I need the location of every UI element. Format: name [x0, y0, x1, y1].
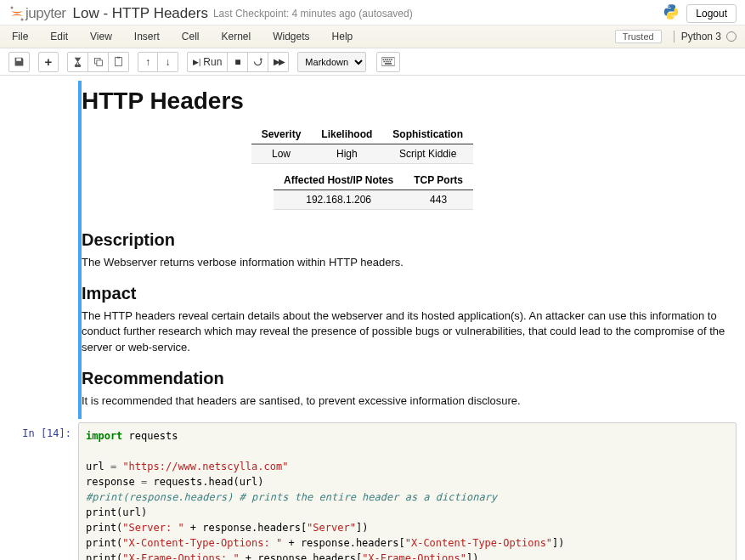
- logout-button[interactable]: Logout: [686, 4, 737, 23]
- svg-point-0: [11, 6, 14, 8]
- svg-rect-9: [387, 59, 389, 60]
- notebook-name[interactable]: Low - HTTP Headers: [73, 5, 208, 22]
- run-label: Run: [203, 56, 222, 68]
- copy-button[interactable]: [88, 52, 109, 72]
- command-palette-button[interactable]: [376, 52, 400, 72]
- run-icon: ▶|: [193, 58, 200, 66]
- th-ports: TCP Ports: [404, 171, 473, 190]
- svg-rect-12: [384, 61, 386, 63]
- th-sophistication: Sophistication: [382, 125, 473, 144]
- paste-button[interactable]: [109, 52, 129, 72]
- td-sophistication: Script Kiddie: [382, 144, 473, 164]
- svg-rect-7: [383, 59, 385, 60]
- logo-text: jupyter: [25, 5, 66, 22]
- svg-rect-13: [386, 61, 387, 63]
- menu-cell[interactable]: Cell: [178, 26, 203, 47]
- svg-rect-16: [385, 63, 392, 65]
- td-likelihood: High: [311, 144, 382, 164]
- code-input-area[interactable]: import requests url = "https://www.netsc…: [78, 422, 737, 560]
- svg-rect-3: [97, 60, 103, 66]
- move-up-button[interactable]: ↑: [138, 52, 158, 72]
- menu-kernel[interactable]: Kernel: [218, 26, 255, 47]
- kernel-status-icon: [726, 31, 737, 42]
- restart-run-all-button[interactable]: ▶▶: [268, 52, 289, 72]
- text-description: The Webserver returns verbose informatio…: [82, 255, 737, 270]
- checkpoint-status: Last Checkpoint: 4 minutes ago (autosave…: [213, 8, 413, 20]
- cell-type-select[interactable]: Markdown: [297, 52, 366, 72]
- svg-rect-15: [390, 61, 392, 63]
- heading-title: HTTP Headers: [82, 88, 737, 115]
- svg-rect-11: [392, 59, 393, 60]
- code-cell[interactable]: In [14]: import requests url = "https://…: [0, 421, 745, 560]
- svg-rect-8: [385, 59, 387, 60]
- heading-description: Description: [82, 230, 737, 250]
- kernel-name: Python 3: [681, 31, 721, 42]
- svg-point-1: [21, 18, 24, 20]
- td-severity: Low: [251, 144, 312, 164]
- menu-file[interactable]: File: [8, 26, 31, 47]
- menu-widgets[interactable]: Widgets: [269, 26, 313, 47]
- menu-edit[interactable]: Edit: [47, 26, 71, 47]
- text-impact: The HTTP headers reveal certain details …: [82, 308, 737, 355]
- svg-rect-10: [389, 59, 391, 60]
- host-table: Affected Host/IP Notes TCP Ports 192.168…: [274, 171, 473, 210]
- td-host: 192.168.1.206: [274, 190, 404, 210]
- menu-help[interactable]: Help: [329, 26, 357, 47]
- severity-table: Severity Likelihood Sophistication Low H…: [251, 125, 473, 164]
- heading-impact: Impact: [82, 284, 737, 303]
- svg-rect-5: [117, 57, 120, 59]
- run-button[interactable]: ▶| Run: [187, 52, 228, 72]
- heading-recommendation: Recommendation: [82, 369, 737, 388]
- svg-rect-14: [388, 61, 390, 63]
- markdown-cell[interactable]: HTTP Headers Severity Likelihood Sophist…: [0, 79, 745, 421]
- kernel-indicator[interactable]: Python 3: [674, 31, 737, 42]
- menu-insert[interactable]: Insert: [131, 26, 163, 47]
- prompt-empty: [0, 81, 78, 419]
- add-cell-button[interactable]: +: [38, 52, 59, 72]
- menu-view[interactable]: View: [87, 26, 116, 47]
- td-ports: 443: [404, 190, 473, 210]
- input-prompt: In [14]:: [0, 422, 78, 560]
- interrupt-button[interactable]: ■: [228, 52, 248, 72]
- text-recommendation: It is recommended that headers are santi…: [82, 393, 737, 409]
- th-host: Affected Host/IP Notes: [274, 171, 404, 190]
- move-down-button[interactable]: ↓: [158, 52, 178, 72]
- jupyter-logo[interactable]: jupyter: [8, 5, 66, 22]
- trusted-indicator[interactable]: Trusted: [615, 30, 662, 43]
- th-likelihood: Likelihood: [311, 125, 382, 144]
- python-icon: [663, 3, 680, 23]
- svg-rect-4: [115, 58, 121, 66]
- save-button[interactable]: [8, 52, 30, 72]
- cut-button[interactable]: [67, 52, 88, 72]
- restart-button[interactable]: [248, 52, 268, 72]
- th-severity: Severity: [251, 125, 312, 144]
